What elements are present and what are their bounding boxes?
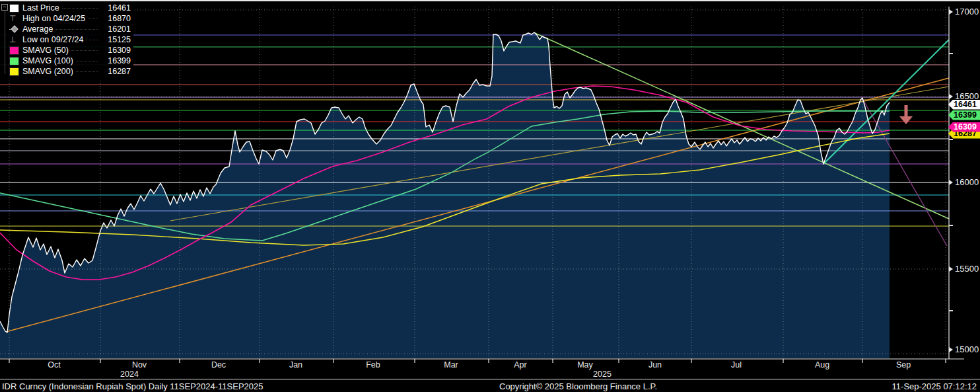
color-swatch bbox=[9, 46, 19, 55]
legend-leader-dots bbox=[88, 18, 98, 19]
legend-leader-dots bbox=[55, 28, 98, 30]
axis-tick-arrow-icon bbox=[949, 347, 953, 352]
status-bar: IDR Curncy (Indonesian Rupiah Spot) Dail… bbox=[0, 379, 980, 392]
price-badge-16461: 16461 bbox=[948, 100, 980, 110]
security-description: IDR Curncy (Indonesian Rupiah Spot) Dail… bbox=[2, 381, 263, 391]
legend-value: 16870 bbox=[100, 14, 131, 23]
legend-value: 16287 bbox=[100, 67, 131, 76]
x-axis-year-2025: 2025 bbox=[593, 370, 612, 379]
legend-leader-dots bbox=[76, 71, 98, 72]
timestamp: 11-Sep-2025 07:12:12 bbox=[892, 381, 977, 391]
y-axis-minor-tick bbox=[949, 139, 953, 140]
legend-value: 16201 bbox=[100, 24, 131, 34]
x-axis-month-dec: Dec bbox=[211, 360, 226, 370]
legend-value: 16461 bbox=[100, 3, 131, 13]
legend-row-low-on-09-27-24[interactable]: ⊥Low on 09/27/2415125 bbox=[9, 34, 131, 45]
legend-value: 15125 bbox=[100, 35, 131, 44]
y-axis-minor-tick bbox=[949, 53, 953, 54]
legend-swatch-icon bbox=[9, 67, 22, 76]
price-badge-16309: 16309 bbox=[948, 122, 980, 132]
x-axis-year-2024: 2024 bbox=[120, 370, 139, 379]
legend-label: SMAVG (200) bbox=[22, 67, 73, 76]
legend-row-high-on-04-24-25[interactable]: ⊤High on 04/24/2516870 bbox=[9, 13, 131, 24]
legend-value: 16309 bbox=[100, 46, 131, 55]
high-marker-icon: ⊤ bbox=[9, 15, 16, 22]
average-marker-icon bbox=[9, 26, 22, 33]
color-swatch bbox=[9, 67, 19, 76]
x-axis-month-oct: Oct bbox=[48, 360, 60, 370]
x-axis-month-nov: Nov bbox=[132, 360, 147, 370]
bloomberg-terminal-window: Last Price16461⊤High on 04/24/2516870Ave… bbox=[0, 0, 980, 392]
x-axis-month-feb: Feb bbox=[366, 360, 380, 370]
low-marker-icon: ⊥ bbox=[9, 36, 22, 44]
copyright-text: Copyright© 2025 Bloomberg Finance L.P. bbox=[499, 381, 657, 391]
legend-label: SMAVG (100) bbox=[22, 56, 73, 65]
high-marker-icon: ⊤ bbox=[9, 15, 22, 22]
legend-leader-dots bbox=[71, 50, 98, 51]
legend-tree-line bbox=[5, 11, 5, 74]
y-axis-label-17000: 17000 bbox=[949, 7, 979, 17]
legend-value: 16399 bbox=[100, 56, 131, 65]
legend-swatch-icon bbox=[9, 57, 22, 65]
legend-label: High on 04/24/25 bbox=[22, 14, 85, 23]
x-axis-month-jun: Jun bbox=[648, 360, 662, 370]
y-axis-label-text: 15000 bbox=[955, 344, 979, 354]
y-axis-label-text: 17000 bbox=[955, 7, 979, 17]
x-axis-month-apr: Apr bbox=[514, 360, 526, 370]
x-axis-month-jul: Jul bbox=[731, 360, 742, 370]
window-top-border bbox=[0, 0, 980, 1]
axis-tick-arrow-icon bbox=[949, 9, 953, 15]
legend-swatch-icon bbox=[9, 4, 22, 13]
chart-legend: Last Price16461⊤High on 04/24/2516870Ave… bbox=[0, 1, 133, 79]
x-axis-month-mar: Mar bbox=[444, 360, 458, 370]
x-axis-month-sep: Sep bbox=[896, 360, 911, 370]
legend-leader-dots bbox=[76, 60, 98, 61]
price-badge-16399: 16399 bbox=[948, 110, 980, 120]
y-axis-label-text: 15500 bbox=[955, 264, 979, 274]
legend-leader-dots bbox=[62, 7, 98, 9]
y-axis-label-15500: 15500 bbox=[949, 264, 979, 274]
legend-swatch-icon bbox=[9, 46, 22, 55]
average-marker-icon bbox=[9, 26, 18, 33]
legend-label: Last Price bbox=[22, 3, 59, 13]
legend-row-average[interactable]: Average16201 bbox=[9, 24, 131, 34]
x-axis-month-jan: Jan bbox=[289, 360, 302, 370]
y-axis-label-text: 16000 bbox=[955, 177, 979, 187]
down-arrow-icon bbox=[905, 105, 908, 116]
legend-label: SMAVG (50) bbox=[22, 46, 69, 55]
y-axis-label-15000: 15000 bbox=[949, 345, 979, 354]
low-marker-icon: ⊥ bbox=[9, 36, 16, 44]
price-chart-canvas[interactable] bbox=[0, 0, 980, 392]
y-axis-minor-tick bbox=[949, 310, 953, 311]
x-axis-month-aug: Aug bbox=[815, 360, 829, 370]
axis-tick-arrow-icon bbox=[949, 94, 953, 99]
legend-tree-toggle-icon[interactable] bbox=[1, 4, 8, 11]
axis-tick-arrow-icon bbox=[949, 266, 953, 272]
legend-label: Average bbox=[22, 24, 53, 34]
legend-label: Low on 09/27/24 bbox=[22, 35, 83, 44]
color-swatch bbox=[9, 4, 19, 13]
legend-leader-dots bbox=[86, 39, 98, 40]
y-axis-label-16000: 16000 bbox=[949, 178, 979, 187]
legend-row-smavg-200-[interactable]: SMAVG (200)16287 bbox=[9, 66, 131, 77]
y-axis-minor-tick bbox=[949, 225, 953, 226]
legend-row-last-price[interactable]: Last Price16461 bbox=[9, 3, 131, 13]
legend-row-smavg-100-[interactable]: SMAVG (100)16399 bbox=[9, 56, 131, 66]
x-axis-month-may: May bbox=[577, 360, 593, 370]
legend-row-smavg-50-[interactable]: SMAVG (50)16309 bbox=[9, 45, 131, 56]
color-swatch bbox=[9, 57, 19, 65]
axis-tick-arrow-icon bbox=[949, 180, 953, 185]
